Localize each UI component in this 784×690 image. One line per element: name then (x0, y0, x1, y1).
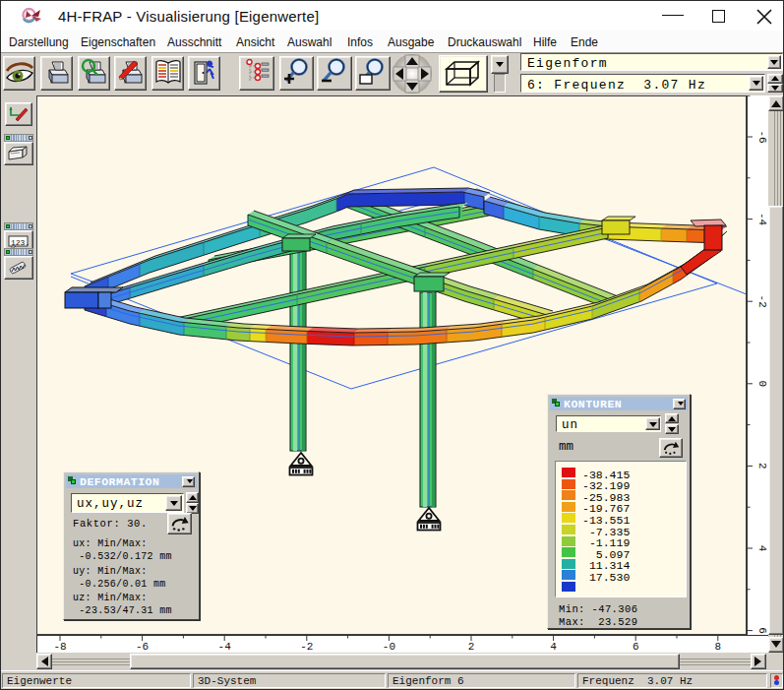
svg-text:-6: -6 (136, 641, 149, 653)
svg-text:6: 6 (633, 641, 639, 653)
svg-text:2: 2 (756, 463, 768, 470)
svg-text:6: 6 (756, 627, 768, 634)
svg-text:0: 0 (756, 380, 768, 387)
svg-text:2: 2 (468, 641, 475, 653)
svg-text:123.: 123. (11, 238, 30, 247)
svg-text:8: 8 (714, 641, 721, 653)
svg-text:-4: -4 (756, 213, 768, 226)
svg-text:-2: -2 (300, 641, 313, 653)
svg-text:-6: -6 (756, 130, 768, 143)
svg-text:-4: -4 (218, 641, 232, 653)
svg-text:4: 4 (550, 641, 557, 653)
svg-text:-0: -0 (383, 641, 395, 653)
svg-text:4: 4 (756, 545, 768, 552)
svg-text:-8: -8 (53, 641, 66, 653)
svg-text:-2: -2 (756, 295, 768, 308)
